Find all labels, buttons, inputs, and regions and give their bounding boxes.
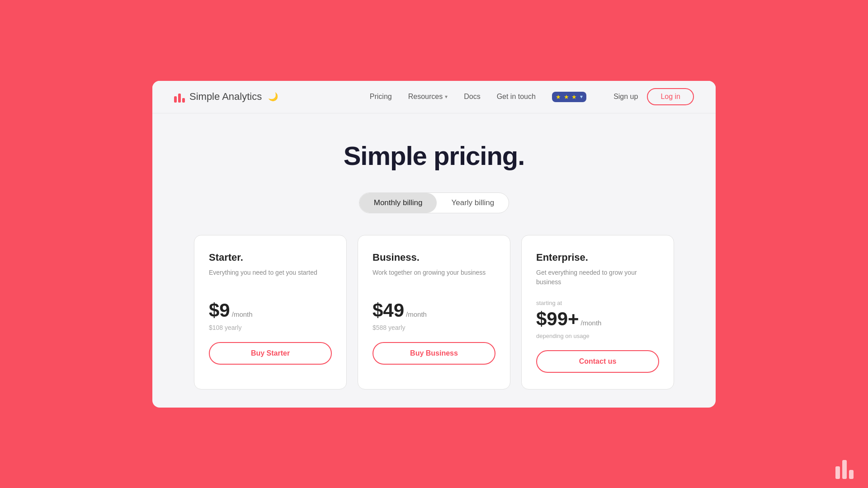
enterprise-card: Enterprise. Get everything needed to gro… [521, 235, 674, 389]
enterprise-title: Enterprise. [536, 252, 659, 263]
starter-card: Starter. Everything you need to get you … [194, 235, 347, 389]
enterprise-period: /month [581, 319, 602, 327]
enterprise-desc: Get everything needed to grow your busin… [536, 268, 659, 287]
pricing-cards: Starter. Everything you need to get you … [174, 235, 694, 389]
starter-title: Starter. [209, 252, 332, 263]
buy-business-button[interactable]: Buy Business [373, 342, 495, 365]
business-price-row: $49 /month [373, 300, 495, 321]
moon-icon: 🌙 [268, 92, 278, 102]
business-desc: Work together on growing your business [373, 268, 495, 287]
nav-auth: Sign up Log in [613, 88, 694, 105]
logo-area[interactable]: Simple Analytics 🌙 [174, 91, 278, 103]
chevron-down-icon: ▾ [445, 94, 448, 100]
eu-chevron-icon: ▾ [580, 94, 583, 100]
nav-links: Pricing Resources ▾ Docs Get in touch ★ … [370, 92, 586, 102]
business-title: Business. [373, 252, 495, 263]
enterprise-starting-at: starting at [536, 300, 659, 306]
billing-toggle: Monthly billing Yearly billing [174, 192, 694, 213]
navbar: Simple Analytics 🌙 Pricing Resources ▾ D… [152, 81, 716, 113]
enterprise-price: $99+ [536, 308, 579, 330]
starter-yearly: $108 yearly [209, 324, 332, 331]
starter-price-row: $9 /month [209, 300, 332, 321]
buy-starter-button[interactable]: Buy Starter [209, 342, 332, 365]
starter-desc: Everything you need to get you started [209, 268, 332, 287]
logo-icon [174, 91, 185, 103]
enterprise-price-row: $99+ /month [536, 308, 659, 330]
toggle-container: Monthly billing Yearly billing [359, 192, 509, 213]
sign-up-link[interactable]: Sign up [613, 93, 638, 101]
business-price: $49 [373, 300, 404, 321]
decorative-chart [835, 460, 854, 479]
nav-resources[interactable]: Resources ▾ [408, 93, 448, 101]
starter-period: /month [232, 310, 253, 318]
business-yearly: $588 yearly [373, 324, 495, 331]
page-title: Simple pricing. [174, 141, 694, 171]
monthly-billing-toggle[interactable]: Monthly billing [359, 193, 437, 213]
content-area: Simple pricing. Monthly billing Yearly b… [152, 113, 716, 408]
business-period: /month [406, 310, 427, 318]
enterprise-depending: depending on usage [536, 333, 659, 339]
nav-docs[interactable]: Docs [464, 93, 480, 101]
starter-price: $9 [209, 300, 230, 321]
nav-get-in-touch[interactable]: Get in touch [497, 93, 536, 101]
brand-name: Simple Analytics [189, 91, 262, 103]
login-button[interactable]: Log in [647, 88, 694, 105]
main-container: Simple Analytics 🌙 Pricing Resources ▾ D… [152, 81, 716, 408]
business-card: Business. Work together on growing your … [358, 235, 510, 389]
eu-stars-icon: ★ ★ ★ [556, 94, 577, 100]
eu-badge[interactable]: ★ ★ ★ ▾ [552, 92, 586, 102]
yearly-billing-toggle[interactable]: Yearly billing [437, 193, 509, 213]
nav-pricing[interactable]: Pricing [370, 93, 392, 101]
contact-us-button[interactable]: Contact us [536, 350, 659, 373]
